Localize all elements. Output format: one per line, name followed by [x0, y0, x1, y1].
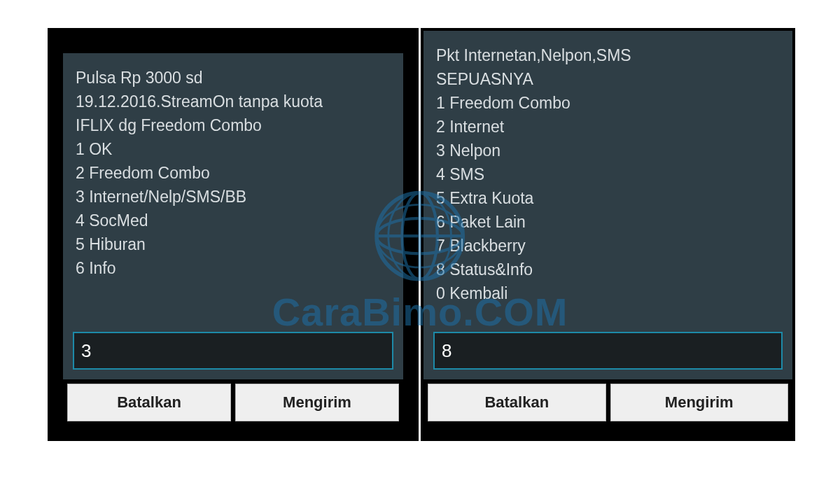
input-wrap	[63, 332, 403, 379]
ussd-input[interactable]	[433, 332, 783, 370]
input-wrap	[424, 332, 792, 379]
screenshot-pair: Pulsa Rp 3000 sd 19.12.2016.StreamOn tan…	[48, 28, 795, 441]
cancel-button[interactable]: Batalkan	[67, 384, 231, 421]
ussd-message: Pulsa Rp 3000 sd 19.12.2016.StreamOn tan…	[63, 53, 403, 332]
button-row: Batalkan Mengirim	[424, 379, 792, 426]
send-button[interactable]: Mengirim	[235, 384, 399, 421]
ussd-dialog-left: Pulsa Rp 3000 sd 19.12.2016.StreamOn tan…	[63, 53, 403, 426]
phone-left: Pulsa Rp 3000 sd 19.12.2016.StreamOn tan…	[48, 28, 419, 441]
ussd-dialog-right: Pkt Internetan,Nelpon,SMS SEPUASNYA 1 Fr…	[424, 31, 792, 426]
cancel-button[interactable]: Batalkan	[428, 384, 606, 421]
phone-right: Pkt Internetan,Nelpon,SMS SEPUASNYA 1 Fr…	[419, 28, 795, 441]
ussd-message: Pkt Internetan,Nelpon,SMS SEPUASNYA 1 Fr…	[424, 31, 792, 332]
ussd-input[interactable]	[73, 332, 393, 370]
send-button[interactable]: Mengirim	[610, 384, 789, 421]
button-row: Batalkan Mengirim	[63, 379, 403, 426]
